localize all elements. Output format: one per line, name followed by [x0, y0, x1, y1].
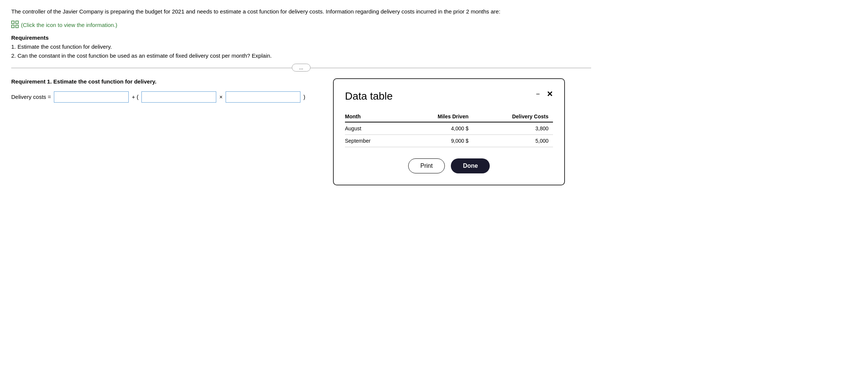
formula-input-constant[interactable] [54, 91, 129, 103]
modal-minimize-button[interactable]: − [534, 91, 541, 97]
requirements-section: Requirements 1. Estimate the cost functi… [11, 34, 591, 60]
table-row: September 9,000 $ 5,000 [345, 134, 553, 147]
modal-footer: Print Done [345, 158, 553, 173]
cell-month-september: September [345, 134, 404, 147]
grid-icon [11, 21, 19, 29]
modal-controls: − ✕ [534, 90, 553, 98]
formula-row: Delivery costs = + ( × ) [11, 91, 318, 103]
table-header-row: Month Miles Driven Delivery Costs [345, 111, 553, 122]
print-button[interactable]: Print [408, 158, 445, 173]
data-table-modal: Data table − ✕ Month Miles Driven Delive… [333, 78, 565, 185]
icon-link[interactable]: (Click the icon to view the information.… [11, 21, 117, 29]
icon-link-label: (Click the icon to view the information.… [21, 22, 117, 28]
table-row: August 4,000 $ 3,800 [345, 122, 553, 135]
col-header-miles: Miles Driven [404, 111, 473, 122]
cell-miles-august: 4,000 $ [404, 122, 473, 135]
svg-rect-1 [16, 21, 18, 24]
modal-header: Data table − ✕ [345, 90, 553, 102]
cell-month-august: August [345, 122, 404, 135]
formula-input-coefficient[interactable] [141, 91, 216, 103]
requirement-item-2: 2. Can the constant in the cost function… [11, 51, 591, 60]
formula-op-close: ) [303, 94, 305, 100]
modal-title: Data table [345, 90, 393, 102]
formula-op-plus: + ( [132, 94, 138, 100]
cell-costs-august: 3,800 [473, 122, 553, 135]
divider-section: ... [11, 68, 591, 72]
modal-close-button[interactable]: ✕ [547, 90, 553, 98]
done-button[interactable]: Done [451, 158, 490, 173]
intro-paragraph: The controller of the Javier Company is … [11, 7, 591, 16]
svg-rect-0 [12, 21, 14, 24]
main-content: The controller of the Javier Company is … [11, 7, 591, 185]
cell-miles-september: 9,000 $ [404, 134, 473, 147]
lower-section: Requirement 1. Estimate the cost functio… [11, 78, 591, 185]
requirement-item-1: 1. Estimate the cost function for delive… [11, 42, 591, 51]
formula-op-times: × [219, 94, 223, 100]
expand-button[interactable]: ... [292, 64, 311, 72]
requirements-title: Requirements [11, 34, 591, 41]
data-table: Month Miles Driven Delivery Costs August… [345, 111, 553, 147]
col-header-costs: Delivery Costs [473, 111, 553, 122]
req1-title: Requirement 1. Estimate the cost functio… [11, 78, 318, 85]
cell-costs-september: 5,000 [473, 134, 553, 147]
formula-input-variable[interactable] [226, 91, 300, 103]
col-header-month: Month [345, 111, 404, 122]
left-panel: Requirement 1. Estimate the cost functio… [11, 78, 318, 103]
svg-rect-3 [16, 25, 18, 28]
svg-rect-2 [12, 25, 14, 28]
formula-label: Delivery costs = [11, 94, 51, 100]
